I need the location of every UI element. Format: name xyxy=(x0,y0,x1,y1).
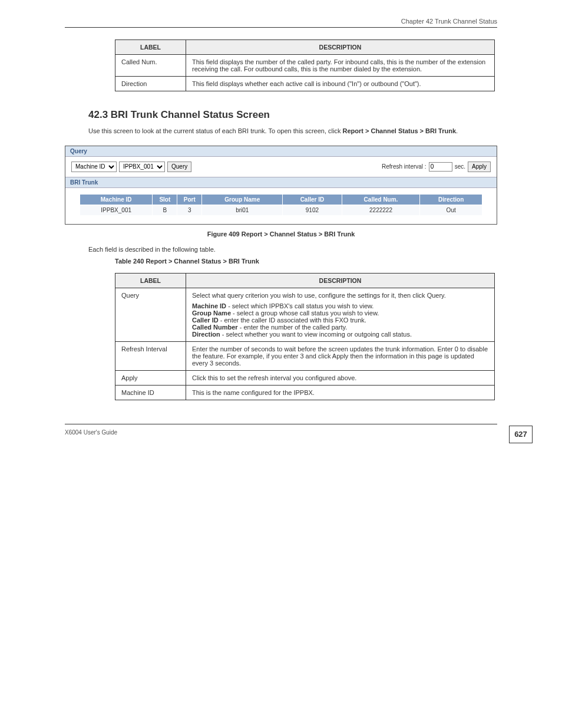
th-machine-id: Machine ID xyxy=(80,194,153,205)
page-header: Chapter 42 Trunk Channel Status xyxy=(65,18,497,28)
col-desc: DESCRIPTION xyxy=(186,273,495,288)
th-port: Port xyxy=(177,194,202,205)
cell-label: Direction xyxy=(115,77,186,91)
screenshot: Query Machine ID IPPBX_001 Query Refresh… xyxy=(65,146,497,225)
th-group-name: Group Name xyxy=(202,194,283,205)
cell-label: Refresh Interval xyxy=(115,341,186,370)
col-desc: DESCRIPTION xyxy=(186,40,495,55)
table-row: Apply Click this to set the refresh inte… xyxy=(115,370,495,385)
figure-caption: Figure 409 Report > Channel Status > BRI… xyxy=(65,230,497,238)
page-number: 627 xyxy=(509,426,533,443)
col-label: LABEL xyxy=(115,40,186,55)
th-caller-id: Caller ID xyxy=(283,194,342,205)
apply-button[interactable]: Apply xyxy=(468,162,491,172)
page-footer: X6004 User's Guide 627 xyxy=(65,424,497,447)
table-row: IPPBX_001 B 3 bri01 9102 2222222 Out xyxy=(80,205,482,215)
cell-desc: Click this to set the refresh interval y… xyxy=(186,370,495,385)
refresh-unit: sec. xyxy=(455,163,465,170)
cell-desc: This is the name configured for the IPPB… xyxy=(186,385,495,400)
query-panel-title: Query xyxy=(65,146,497,157)
criterion-select[interactable]: Machine ID xyxy=(71,162,117,172)
cell-label: Called Num. xyxy=(115,55,186,77)
refresh-input[interactable] xyxy=(429,162,452,172)
trunk-panel-title: BRI Trunk xyxy=(65,177,497,188)
table-240-caption: Table 240 Report > Channel Status > BRI … xyxy=(115,258,497,265)
table-240: LABEL DESCRIPTION Query Select what quer… xyxy=(115,273,495,400)
section-paragraph: Use this screen to look at the current s… xyxy=(88,127,497,136)
col-label: LABEL xyxy=(115,273,186,288)
th-direction: Direction xyxy=(420,194,482,205)
footer-text: X6004 User's Guide xyxy=(65,429,117,436)
cell-label: Machine ID xyxy=(115,385,186,400)
query-button[interactable]: Query xyxy=(167,162,191,172)
cell-label: Apply xyxy=(115,370,186,385)
th-slot: Slot xyxy=(153,194,177,205)
chapter-title: Chapter 42 Trunk Channel Status xyxy=(401,18,497,25)
cell-label: Query xyxy=(115,288,186,341)
table-row: Refresh Interval Enter the number of sec… xyxy=(115,341,495,370)
table-239: LABEL DESCRIPTION Called Num. This field… xyxy=(115,39,495,91)
cell-desc: Enter the number of seconds to wait befo… xyxy=(186,341,495,370)
refresh-label: Refresh interval : xyxy=(382,163,427,170)
cell-desc: This field displays the number of the ca… xyxy=(186,55,495,77)
machine-id-select[interactable]: IPPBX_001 xyxy=(119,162,165,172)
section-heading: 42.3 BRI Trunk Channel Status Screen xyxy=(65,109,497,121)
cell-desc: This field displays whether each active … xyxy=(186,77,495,91)
table-row: Direction This field displays whether ea… xyxy=(115,77,495,91)
query-row: Machine ID IPPBX_001 Query Refresh inter… xyxy=(65,157,497,177)
cell-desc: Select what query criterion you wish to … xyxy=(186,288,495,341)
th-called-num: Called Num. xyxy=(342,194,420,205)
table-row: Machine ID This is the name configured f… xyxy=(115,385,495,400)
table-row: Called Num. This field displays the numb… xyxy=(115,55,495,77)
trunk-table: Machine ID Slot Port Group Name Caller I… xyxy=(80,194,482,216)
desc-intro: Each field is described in the following… xyxy=(88,246,497,253)
table-row: Query Select what query criterion you wi… xyxy=(115,288,495,341)
